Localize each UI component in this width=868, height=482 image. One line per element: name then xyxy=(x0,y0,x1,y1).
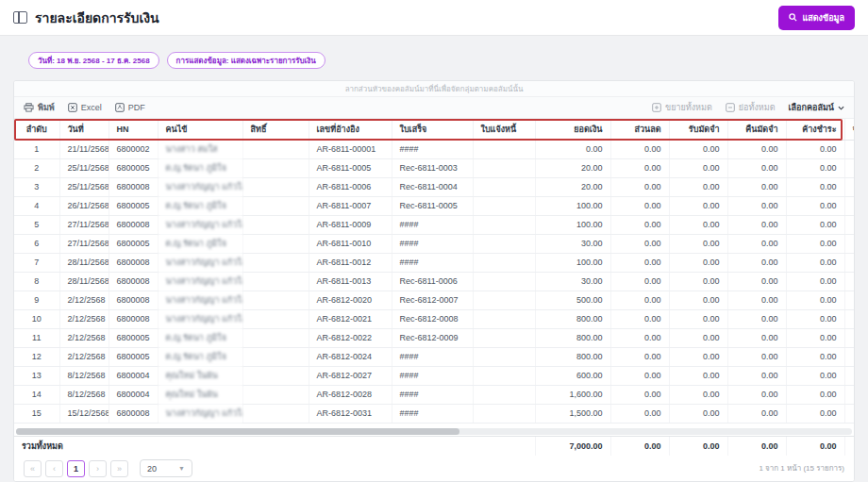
table-row[interactable]: 102/12/25686800008นางสาวกัญญา แก้วใสAR-6… xyxy=(14,309,854,328)
collapse-all-icon xyxy=(726,103,735,112)
col-header-receipt[interactable]: ใบเสร็จ xyxy=(392,119,473,140)
table-row[interactable]: 225/11/25686800005ด.ญ.รัตนา ภูมิใจAR-681… xyxy=(14,158,854,177)
col-header-outstanding[interactable]: ค้างชำระ xyxy=(786,119,844,140)
col-header-order[interactable]: ลำดับ xyxy=(14,119,59,140)
table-row[interactable]: 92/12/25686800008นางสาวกัญญา แก้วใสAR-68… xyxy=(14,291,854,309)
col-header-right[interactable]: สิทธิ์ xyxy=(242,119,309,140)
page-size-select[interactable]: 20 ▼ xyxy=(140,459,192,477)
excel-label: Excel xyxy=(81,103,102,112)
cell-discount: 0.00 xyxy=(610,140,669,158)
cell-reference: AR-6812-0021 xyxy=(309,309,392,328)
cell-outstanding: 0.00 xyxy=(786,253,844,272)
col-header-hn[interactable]: HN xyxy=(108,119,158,140)
cell-deposit-returned: 0.00 xyxy=(727,347,786,366)
col-header-date[interactable]: วันที่ xyxy=(59,119,108,140)
table-row[interactable]: 828/11/25686800008นางสาวกัญญา แก้วใสAR-6… xyxy=(14,272,854,291)
cell-hn: 6800008 xyxy=(108,177,158,196)
col-header-invoice[interactable]: ใบแจ้งหนี้ xyxy=(473,119,535,140)
chevron-down-icon: ▼ xyxy=(178,465,185,472)
scrollbar-thumb[interactable] xyxy=(16,428,459,435)
cell-date: 2/12/2568 xyxy=(59,309,108,328)
cell-discount: 0.00 xyxy=(610,291,669,309)
col-header-deposit-returned[interactable]: คืนมัดจำ xyxy=(727,119,786,140)
table-row[interactable]: 148/12/25686800004คุณใหม่ ในฝันAR-6812-0… xyxy=(14,385,854,404)
col-header-deposit-received[interactable]: รับมัดจำ xyxy=(669,119,727,140)
table-row[interactable]: 122/12/25686800005ด.ญ.รัตนา ภูมิใจAR-681… xyxy=(14,347,854,366)
table-row[interactable]: 728/11/25686800008นางสาวกัญญา แก้วใสAR-6… xyxy=(14,253,854,272)
filter-chip-date[interactable]: วันที่: 18 พ.ย. 2568 - 17 ธ.ค. 2568 xyxy=(28,52,159,69)
cell-right xyxy=(242,253,309,272)
cell-order: 13 xyxy=(14,366,59,385)
table-body: 121/11/25686800002นางสาว สมใสAR-6811-000… xyxy=(14,140,854,423)
cell-order: 5 xyxy=(14,215,59,234)
table-scroll-area: ลำดับ วันที่ HN คนไข้ สิทธิ์ เลขที่อ้างอ… xyxy=(14,119,854,424)
cell-outstanding: 0.00 xyxy=(786,158,844,177)
cell-invoice xyxy=(473,215,535,234)
cell-receipt: #### xyxy=(392,347,473,366)
cell-paid xyxy=(844,253,854,272)
cell-date: 26/11/2568 xyxy=(59,196,108,215)
col-header-patient[interactable]: คนไข้ xyxy=(158,119,242,140)
col-header-discount[interactable]: ส่วนลด xyxy=(610,119,669,140)
table-row[interactable]: 325/11/25686800008นางสาวกัญญา แก้วใสAR-6… xyxy=(14,177,854,196)
cell-deposit-returned: 0.00 xyxy=(727,404,786,423)
cell-outstanding: 0.00 xyxy=(786,366,844,385)
cell-order: 6 xyxy=(14,234,59,253)
last-page-button[interactable]: » xyxy=(110,460,128,477)
cell-reference: AR-6812-0020 xyxy=(309,291,392,309)
cell-paid xyxy=(844,291,854,309)
cell-receipt: #### xyxy=(392,366,473,385)
scrollbar-track[interactable] xyxy=(16,428,852,435)
cell-order: 11 xyxy=(14,328,59,347)
prev-page-button[interactable]: ‹ xyxy=(45,460,63,477)
pagination-bar: « ‹ 1 › » 20 ▼ 1 จาก 1 หน้า (15 รายการ) xyxy=(14,456,854,481)
show-data-button[interactable]: แสดงข้อมูล xyxy=(778,6,855,30)
cell-outstanding: 0.00 xyxy=(786,347,844,366)
cell-discount: 0.00 xyxy=(610,215,669,234)
cell-right xyxy=(242,328,309,347)
filter-chip-display[interactable]: การแสดงข้อมูล: แสดงเฉพาะรายการรับเงิน xyxy=(167,52,326,69)
cell-deposit-received: 0.00 xyxy=(669,291,727,309)
cell-discount: 0.00 xyxy=(610,309,669,328)
expand-all-button[interactable]: ขยายทั้งหมด xyxy=(652,101,712,114)
cell-outstanding: 0.00 xyxy=(786,328,844,347)
cell-deposit-returned: 0.00 xyxy=(727,253,786,272)
cell-outstanding: 0.00 xyxy=(786,140,844,158)
table-row[interactable]: 112/12/25686800005ด.ญ.รัตนา ภูมิใจAR-681… xyxy=(14,328,854,347)
cell-date: 27/11/2568 xyxy=(59,215,108,234)
table-row[interactable]: 627/11/25686800005ด.ญ.รัตนา ภูมิใจAR-681… xyxy=(14,234,854,253)
cell-invoice xyxy=(473,347,535,366)
cell-outstanding: 0.00 xyxy=(786,291,844,309)
total-discount: 0.00 xyxy=(610,437,669,456)
collapse-all-button[interactable]: ย่อทั้งหมด xyxy=(726,101,776,114)
table-row[interactable]: 121/11/25686800002นางสาว สมใสAR-6811-000… xyxy=(14,140,854,158)
cell-invoice xyxy=(473,234,535,253)
cell-outstanding: 0.00 xyxy=(786,215,844,234)
cell-amount: 800.00 xyxy=(535,347,610,366)
print-button[interactable]: พิมพ์ xyxy=(24,101,55,114)
cell-amount: 0.00 xyxy=(535,140,610,158)
col-header-paid[interactable]: จ่าย xyxy=(844,119,854,140)
cell-order: 2 xyxy=(14,158,59,177)
col-header-amount[interactable]: ยอดเงิน xyxy=(535,119,610,140)
group-by-bar[interactable]: ลากส่วนหัวของคอลัมน์มาที่นี่เพื่อจัดกลุ่… xyxy=(14,81,854,97)
cell-outstanding: 0.00 xyxy=(786,272,844,291)
table-row[interactable]: 1515/12/25686800008นางสาวกัญญา แก้วใสAR-… xyxy=(14,404,854,423)
page-1-button[interactable]: 1 xyxy=(67,460,85,477)
choose-columns-button[interactable]: เลือกคอลัมน์ xyxy=(789,101,844,114)
table-row[interactable]: 426/11/25686800005ด.ญ.รัตนา ภูมิใจAR-681… xyxy=(14,196,854,215)
table-row[interactable]: 527/11/25686800008นางสาวกัญญา แก้วใสAR-6… xyxy=(14,215,854,234)
cell-receipt: #### xyxy=(392,404,473,423)
next-page-button[interactable]: › xyxy=(89,460,107,477)
pdf-export-button[interactable]: PDF xyxy=(115,103,145,112)
cell-paid xyxy=(844,196,854,215)
cell-invoice xyxy=(473,291,535,309)
cell-right xyxy=(242,291,309,309)
first-page-button[interactable]: « xyxy=(24,460,42,477)
excel-export-button[interactable]: Excel xyxy=(68,103,102,112)
cell-invoice xyxy=(473,196,535,215)
col-header-reference[interactable]: เลขที่อ้างอิง xyxy=(309,119,392,140)
cell-receipt: #### xyxy=(392,234,473,253)
cell-patient: นางสาวกัญญา แก้วใส xyxy=(158,309,242,328)
table-row[interactable]: 138/12/25686800004คุณใหม่ ในฝันAR-6812-0… xyxy=(14,366,854,385)
